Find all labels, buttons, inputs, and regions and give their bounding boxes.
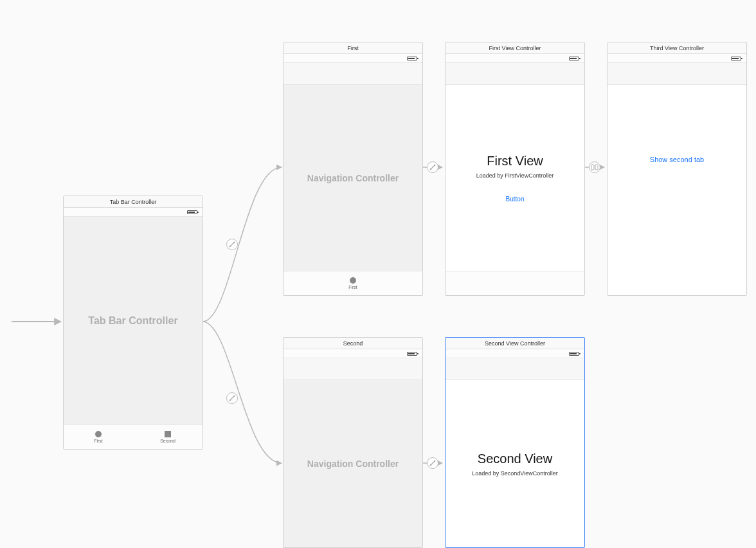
view-heading: First View <box>487 154 543 169</box>
circle-icon <box>95 431 102 437</box>
scene-navigation-controller-first[interactable]: First Navigation Controller First <box>283 42 423 296</box>
scene-body: Second View Loaded by SecondViewControll… <box>446 380 584 547</box>
status-bar <box>446 349 584 358</box>
svg-point-2 <box>230 399 231 401</box>
storyboard-canvas[interactable]: Tab Bar Controller Tab Bar Controller Fi… <box>0 0 756 548</box>
circle-icon <box>350 277 356 284</box>
navigation-bar <box>608 63 746 85</box>
scene-second-view-controller[interactable]: Second View Controller Second View Loade… <box>445 337 585 548</box>
battery-icon <box>731 57 741 60</box>
scene-title: First View Controller <box>446 42 584 54</box>
scene-third-view-controller[interactable]: Third View Controller Show second tab <box>607 42 747 296</box>
scene-body: Show second tab <box>608 85 746 295</box>
scene-body: Tab Bar Controller <box>64 217 203 425</box>
view-subtitle: Loaded by SecondViewController <box>472 470 557 477</box>
status-bar <box>284 349 422 358</box>
svg-point-9 <box>434 461 435 462</box>
scene-title: Second View Controller <box>446 338 584 349</box>
tab-bar: First Second <box>64 425 203 449</box>
svg-point-1 <box>233 242 235 243</box>
button[interactable]: Button <box>506 196 525 203</box>
relationship-segue-icon[interactable] <box>226 239 238 250</box>
status-bar <box>608 54 746 63</box>
svg-point-8 <box>430 464 431 466</box>
svg-point-5 <box>434 165 435 166</box>
tab-bar: First <box>284 271 422 295</box>
relationship-segue-icon[interactable] <box>226 392 238 404</box>
tab-label: First <box>94 439 103 443</box>
scene-title: Second <box>284 338 422 349</box>
tab-item-first[interactable]: First <box>343 271 363 295</box>
battery-icon <box>407 57 417 60</box>
status-bar <box>64 208 203 217</box>
svg-point-4 <box>430 169 431 170</box>
svg-point-0 <box>230 246 231 247</box>
square-icon <box>165 431 171 437</box>
show-segue-icon[interactable] <box>589 161 600 173</box>
scene-title: Third View Controller <box>608 42 746 54</box>
scene-body: Navigation Controller <box>284 85 422 271</box>
scene-body: First View Loaded by FirstViewController… <box>446 85 584 271</box>
scene-tab-bar-controller[interactable]: Tab Bar Controller Tab Bar Controller Fi… <box>63 196 203 450</box>
battery-icon <box>407 352 417 356</box>
tab-label: First <box>348 285 357 289</box>
view-subtitle: Loaded by FirstViewController <box>476 172 554 179</box>
navigation-bar <box>446 63 584 85</box>
svg-rect-6 <box>591 165 594 170</box>
scene-navigation-controller-second[interactable]: Second Navigation Controller <box>283 337 423 548</box>
navigation-bar <box>284 63 422 85</box>
controller-placeholder-label: Navigation Controller <box>307 173 399 183</box>
navigation-bar <box>284 358 422 380</box>
view-heading: Second View <box>478 452 552 466</box>
svg-rect-7 <box>595 165 598 170</box>
tab-label: Second <box>160 439 176 443</box>
tab-bar <box>446 271 584 295</box>
scene-first-view-controller[interactable]: First View Controller First View Loaded … <box>445 42 585 296</box>
svg-point-3 <box>233 396 235 397</box>
show-second-tab-button[interactable]: Show second tab <box>650 156 704 163</box>
root-segue-icon[interactable] <box>427 457 438 469</box>
status-bar <box>284 54 422 63</box>
root-segue-icon[interactable] <box>427 161 438 173</box>
scene-body: Navigation Controller <box>284 380 422 547</box>
scene-title: Tab Bar Controller <box>64 196 203 208</box>
status-bar <box>446 54 584 63</box>
navigation-bar <box>446 358 584 380</box>
tab-item-first[interactable]: First <box>64 425 133 449</box>
scene-title: First <box>284 42 422 54</box>
battery-icon <box>187 210 197 214</box>
battery-icon <box>569 352 579 356</box>
controller-placeholder-label: Tab Bar Controller <box>88 315 177 327</box>
controller-placeholder-label: Navigation Controller <box>307 459 399 469</box>
tab-item-second[interactable]: Second <box>133 425 203 449</box>
battery-icon <box>569 57 579 60</box>
